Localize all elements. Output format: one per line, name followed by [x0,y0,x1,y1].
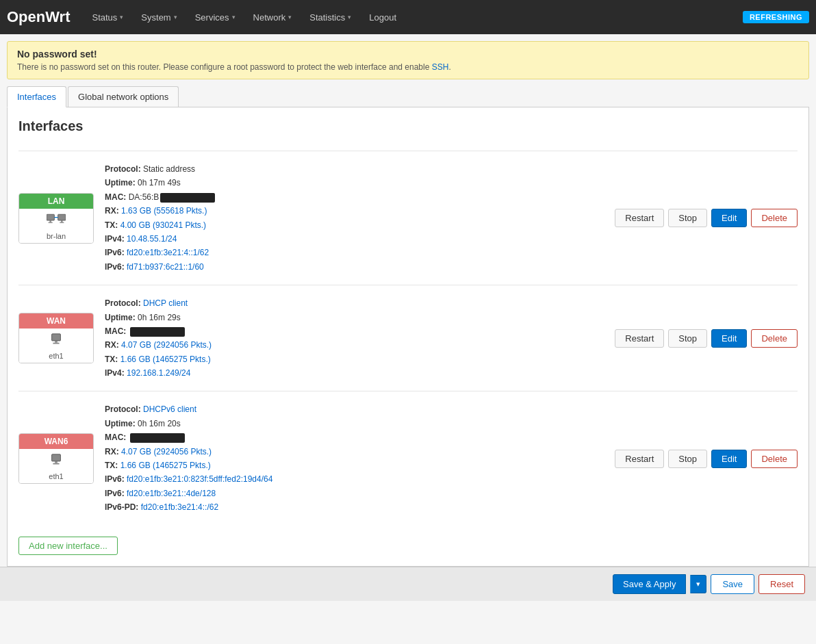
protocol-value-wan6: DHCPv6 client [143,404,196,414]
svg-rect-10 [52,454,61,461]
brand-logo[interactable]: OpenWrt [7,8,70,26]
reset-button[interactable]: Reset [758,574,805,594]
tab-global-network-options[interactable]: Global network options [68,86,179,107]
svg-rect-0 [47,214,54,220]
ipv4-value-lan: 10.48.55.1/24 [127,234,177,244]
rx-value-lan: 1.63 GB (555618 Pkts.) [121,206,207,216]
network-arrow-icon: ▾ [288,14,292,21]
tx-value-lan: 4.00 GB (930241 Pkts.) [120,220,206,230]
uptime-label-wan: Uptime: [105,313,136,322]
ipv6-pd-label-wan6: IPv6-PD: [105,502,138,512]
nav-label-logout: Logout [369,12,396,23]
network-single-icon-wan [47,333,66,348]
stop-button-wan6[interactable]: Stop [668,450,707,468]
network-double-icon [47,213,66,228]
nav-link-status[interactable]: Status ▾ [84,8,131,27]
mac-prefix-lan: DA:56:B [129,192,160,202]
rx-label-wan: RX: [105,340,119,350]
nav-item-logout[interactable]: Logout [361,8,405,27]
warning-message: There is no password set on this router.… [17,62,799,72]
ipv4-label-wan: IPv4: [105,368,125,378]
iface-details-wan6: Protocol: DHCPv6 client Uptime: 0h 16m 2… [105,402,595,514]
iface-subname-lan: br-lan [19,232,93,243]
edit-button-wan6[interactable]: Edit [711,450,747,468]
delete-button-wan[interactable]: Delete [751,329,798,348]
interface-row-wan: WAN eth1 Protocol: DHCP client Uptime: 0… [18,285,798,391]
system-arrow-icon: ▾ [174,14,177,21]
stop-button-wan[interactable]: Stop [668,329,707,348]
tx-value-wan6: 1.66 GB (1465275 Pkts.) [120,461,211,470]
iface-card-lan: LAN br-lan [18,193,94,244]
ipv6-1-label-lan: IPv6: [105,248,125,257]
nav-menu: Status ▾ System ▾ Services ▾ Network ▾ S [84,8,405,27]
edit-button-wan[interactable]: Edit [711,329,747,348]
services-arrow-icon: ▾ [232,14,235,21]
iface-name-lan: LAN [19,194,93,209]
save-button[interactable]: Save [711,574,754,594]
nav-link-services[interactable]: Services ▾ [187,8,244,27]
mac-redacted-wan6 [130,433,185,443]
restart-button-wan6[interactable]: Restart [615,450,664,468]
nav-item-status[interactable]: Status ▾ [84,8,131,27]
nav-link-network[interactable]: Network ▾ [245,8,301,27]
nav-label-status: Status [92,12,117,23]
iface-name-wan6: WAN6 [19,434,93,449]
add-interface-button[interactable]: Add new interface... [18,537,118,555]
warning-title: No password set! [17,49,799,60]
refreshing-badge: REFRESHING [743,11,809,23]
ssh-link[interactable]: SSH [432,62,449,72]
nav-link-statistics[interactable]: Statistics ▾ [301,8,359,27]
iface-icons-lan [19,209,93,232]
tx-label-lan: TX: [105,220,118,230]
status-arrow-icon: ▾ [120,14,123,21]
nav-link-system[interactable]: System ▾ [133,8,185,27]
rx-label-lan: RX: [105,206,119,216]
save-apply-button[interactable]: Save & Apply [613,574,686,594]
svg-rect-11 [55,461,58,463]
svg-rect-4 [61,220,63,222]
restart-button-lan[interactable]: Restart [615,209,664,227]
tab-interfaces[interactable]: Interfaces [7,86,66,107]
ipv4-value-wan: 192.168.1.249/24 [127,368,190,378]
rx-value-wan: 4.07 GB (2924056 Pkts.) [121,340,212,350]
nav-item-system[interactable]: System ▾ [133,8,185,27]
delete-button-wan6[interactable]: Delete [751,450,798,468]
tx-label-wan: TX: [105,355,118,364]
network-single-icon-wan6 [47,453,66,468]
ipv6-1-value-wan6: fd20:e1fb:3e21:0:823f:5dff:fed2:19d4/64 [127,474,272,484]
tx-value-wan: 1.66 GB (1465275 Pkts.) [120,355,211,364]
save-apply-dropdown-button[interactable]: ▾ [690,575,706,593]
protocol-label-lan: Protocol: [105,164,141,174]
nav-item-services[interactable]: Services ▾ [187,8,244,27]
uptime-value-wan: 0h 16m 29s [138,313,181,322]
iface-subname-wan: eth1 [19,352,93,363]
svg-rect-1 [49,220,51,222]
uptime-value-lan: 0h 17m 49s [138,178,181,188]
ipv6-2-value-wan6: fd20:e1fb:3e21::4de/128 [127,489,216,498]
edit-button-lan[interactable]: Edit [711,209,747,227]
mac-redacted-lan [160,193,215,203]
tabs-container: Interfaces Global network options [7,86,809,107]
svg-rect-2 [49,222,53,222]
svg-rect-3 [58,214,66,220]
iface-actions-wan: Restart Stop Edit Delete [606,329,798,348]
main-content: Interfaces LAN br-lan Protocol: Static [7,107,809,567]
svg-rect-5 [60,222,64,222]
svg-rect-7 [52,334,61,341]
iface-subname-wan6: eth1 [19,472,93,483]
iface-details-wan: Protocol: DHCP client Uptime: 0h 16m 29s… [105,296,595,380]
protocol-label-wan6: Protocol: [105,404,141,414]
warning-banner: No password set! There is no password se… [7,41,809,79]
nav-label-services: Services [195,12,229,23]
nav-item-network[interactable]: Network ▾ [245,8,301,27]
nav-link-logout[interactable]: Logout [361,8,405,27]
protocol-label-wan: Protocol: [105,298,141,308]
iface-icons-wan6 [19,449,93,472]
nav-label-network: Network [253,12,286,23]
delete-button-lan[interactable]: Delete [751,209,798,227]
svg-rect-9 [53,343,59,344]
nav-item-statistics[interactable]: Statistics ▾ [301,8,359,27]
restart-button-wan[interactable]: Restart [615,329,664,348]
stop-button-lan[interactable]: Stop [668,209,707,227]
iface-actions-wan6: Restart Stop Edit Delete [606,450,798,468]
